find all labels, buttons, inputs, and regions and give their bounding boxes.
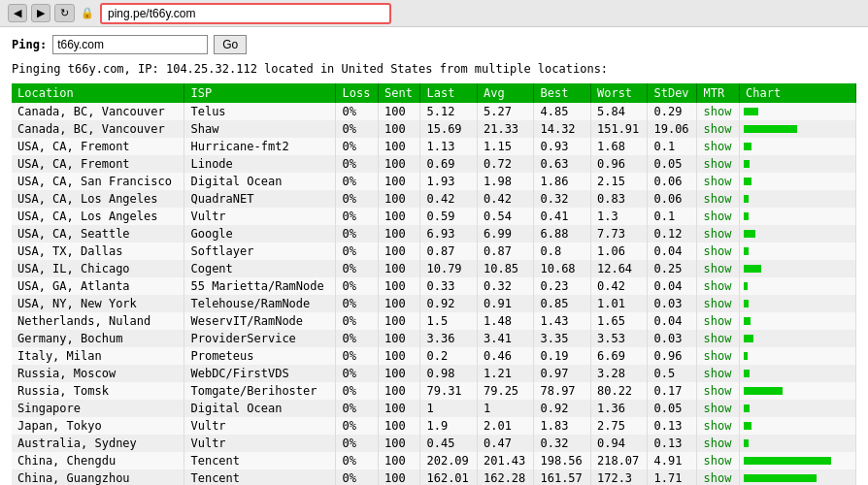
ping-input[interactable] — [52, 35, 208, 54]
lock-icon: 🔒 — [81, 7, 94, 19]
col-mtr: MTR — [697, 83, 740, 103]
show-link[interactable]: show — [703, 402, 731, 415]
cell-isp: Telehouse/RamNode — [184, 295, 336, 312]
show-link[interactable]: show — [703, 384, 731, 398]
cell-mtr[interactable]: show — [697, 312, 740, 330]
show-link[interactable]: show — [703, 297, 731, 310]
cell-mtr[interactable]: show — [697, 400, 740, 417]
table-row: USA, CA, Los AngelesVultr0%1000.590.540.… — [12, 208, 856, 225]
col-best: Best — [534, 83, 591, 103]
cell-last: 0.45 — [420, 435, 478, 452]
cell-loss: 0% — [336, 138, 379, 155]
table-row: Russia, MoscowWebDC/FirstVDS0%1000.981.2… — [12, 365, 856, 382]
cell-location: Canada, BC, Vancouver — [12, 103, 184, 120]
cell-last: 0.98 — [420, 365, 478, 382]
cell-loss: 0% — [336, 417, 379, 435]
show-link[interactable]: show — [703, 105, 731, 118]
cell-loss: 0% — [336, 365, 379, 382]
cell-mtr[interactable]: show — [697, 190, 740, 208]
show-link[interactable]: show — [703, 210, 731, 223]
show-link[interactable]: show — [703, 279, 731, 293]
show-link[interactable]: show — [703, 157, 731, 171]
show-link[interactable]: show — [703, 314, 731, 328]
cell-best: 1.43 — [534, 312, 591, 330]
cell-mtr[interactable]: show — [697, 242, 740, 260]
show-link[interactable]: show — [703, 332, 731, 345]
cell-location: USA, GA, Atlanta — [12, 277, 184, 295]
show-link[interactable]: show — [703, 349, 731, 363]
cell-mtr[interactable]: show — [697, 225, 740, 242]
cell-chart — [740, 155, 856, 173]
forward-button[interactable]: ▶ — [31, 4, 50, 22]
cell-mtr[interactable]: show — [697, 138, 740, 155]
cell-mtr[interactable]: show — [697, 469, 740, 485]
show-link[interactable]: show — [703, 454, 731, 468]
cell-last: 0.2 — [420, 347, 478, 365]
go-button[interactable]: Go — [214, 35, 247, 54]
cell-worst: 7.73 — [590, 225, 648, 242]
cell-stdev: 0.03 — [648, 330, 697, 347]
cell-avg: 2.01 — [477, 417, 534, 435]
cell-sent: 100 — [378, 190, 420, 208]
cell-best: 0.32 — [534, 190, 591, 208]
cell-mtr[interactable]: show — [697, 295, 740, 312]
cell-mtr[interactable]: show — [697, 120, 740, 138]
cell-best: 161.57 — [534, 469, 591, 485]
cell-loss: 0% — [336, 155, 379, 173]
cell-location: Canada, BC, Vancouver — [12, 120, 184, 138]
cell-mtr[interactable]: show — [697, 277, 740, 295]
cell-loss: 0% — [336, 190, 379, 208]
cell-last: 162.01 — [420, 469, 478, 485]
cell-last: 0.69 — [420, 155, 478, 173]
show-link[interactable]: show — [703, 436, 731, 450]
cell-mtr[interactable]: show — [697, 330, 740, 347]
cell-last: 0.42 — [420, 190, 478, 208]
cell-mtr[interactable]: show — [697, 347, 740, 365]
cell-stdev: 0.17 — [648, 382, 697, 400]
cell-mtr[interactable]: show — [697, 155, 740, 173]
show-link[interactable]: show — [703, 122, 731, 136]
ping-label: Ping: — [12, 38, 47, 51]
cell-loss: 0% — [336, 120, 379, 138]
cell-avg: 0.87 — [477, 242, 534, 260]
show-link[interactable]: show — [703, 419, 731, 433]
show-link[interactable]: show — [703, 192, 731, 206]
cell-mtr[interactable]: show — [697, 103, 740, 120]
cell-mtr[interactable]: show — [697, 208, 740, 225]
cell-chart — [740, 277, 856, 295]
cell-mtr[interactable]: show — [697, 173, 740, 190]
show-link[interactable]: show — [703, 175, 731, 188]
cell-worst: 1.06 — [590, 242, 648, 260]
cell-isp: Google — [184, 225, 336, 242]
col-worst: Worst — [590, 83, 648, 103]
show-link[interactable]: show — [703, 262, 731, 275]
cell-worst: 0.96 — [590, 155, 648, 173]
table-row: SingaporeDigital Ocean0%100110.921.360.0… — [12, 400, 856, 417]
cell-sent: 100 — [378, 208, 420, 225]
cell-mtr[interactable]: show — [697, 417, 740, 435]
show-link[interactable]: show — [703, 244, 731, 258]
cell-sent: 100 — [378, 138, 420, 155]
show-link[interactable]: show — [703, 471, 731, 485]
cell-sent: 100 — [378, 277, 420, 295]
show-link[interactable]: show — [703, 227, 731, 241]
cell-sent: 100 — [378, 225, 420, 242]
cell-mtr[interactable]: show — [697, 452, 740, 469]
cell-chart — [740, 138, 856, 155]
show-link[interactable]: show — [703, 367, 731, 380]
cell-worst: 1.36 — [590, 400, 648, 417]
cell-chart — [740, 435, 856, 452]
cell-location: Australia, Sydney — [12, 435, 184, 452]
address-bar[interactable] — [100, 3, 391, 24]
show-link[interactable]: show — [703, 140, 731, 153]
cell-mtr[interactable]: show — [697, 260, 740, 277]
cell-mtr[interactable]: show — [697, 382, 740, 400]
cell-loss: 0% — [336, 382, 379, 400]
back-button[interactable]: ◀ — [8, 4, 27, 22]
refresh-button[interactable]: ↻ — [54, 4, 75, 22]
cell-mtr[interactable]: show — [697, 365, 740, 382]
cell-worst: 1.68 — [590, 138, 648, 155]
cell-mtr[interactable]: show — [697, 435, 740, 452]
cell-last: 1.13 — [420, 138, 478, 155]
cell-sent: 100 — [378, 173, 420, 190]
